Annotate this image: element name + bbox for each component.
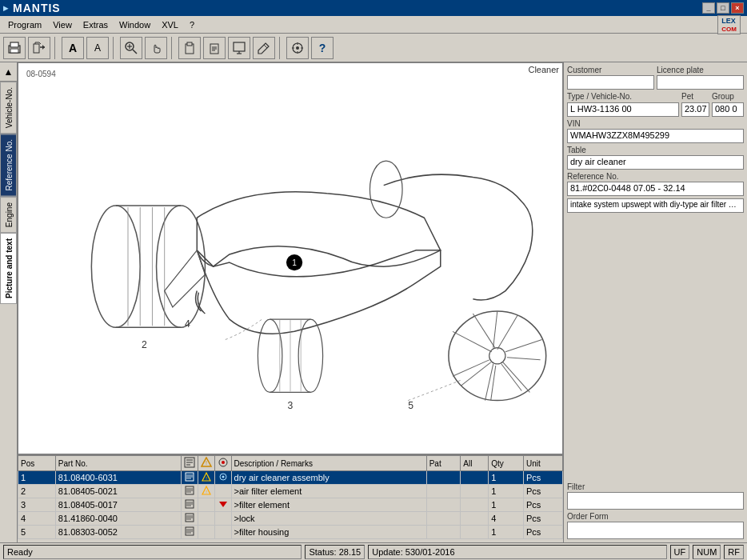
menu-window[interactable]: Window [114,18,155,31]
svg-text:3: 3 [288,400,294,411]
diagram-parts-area: Cleaner 08-0594 2 [18,62,563,542]
table-row[interactable]: 4 81.41860-0040 >lock 4 Pcs [18,512,563,526]
zoom-button[interactable] [120,37,142,59]
hand-button[interactable] [145,37,167,59]
maximize-button[interactable]: □ [717,2,729,14]
description-input[interactable]: intake system upswept with diy-type air … [567,198,744,213]
toolbar-separator-1 [54,37,58,59]
svg-line-38 [493,311,497,348]
row-icon1 [181,512,198,526]
type-vehicle-label: Type / Vehicle-No. [567,92,679,101]
clipboard2-button[interactable] [203,37,226,59]
menu-extras[interactable]: Extras [78,18,113,31]
minimize-button[interactable]: _ [702,2,715,14]
svg-line-39 [505,339,542,351]
order-form-input[interactable] [567,522,744,539]
row-pos: 5 [18,526,56,539]
app-logo: ▶ [3,5,8,12]
group-label: Group [712,92,744,101]
filter-input[interactable] [567,492,744,510]
row-all [461,526,489,539]
row-icon2: ! [198,485,214,498]
pet-label: Pet [681,92,709,101]
target-button[interactable] [286,37,309,59]
svg-rect-11 [187,42,192,46]
sidebar-tab-engine[interactable]: Engine [0,197,17,233]
row-icon3 [214,526,231,539]
group-input[interactable]: 080 0 [712,102,744,117]
open-button[interactable] [28,37,50,59]
table-row[interactable]: 3 81.08405-0017 >filter element 1 [18,498,563,512]
row-qty: 4 [489,512,524,526]
sidebar-tab-picture[interactable]: Picture and text [0,233,17,304]
row-desc: >filter housing [231,526,426,539]
row-icon3 [214,485,231,498]
menu-help[interactable]: ? [185,18,199,31]
menu-program[interactable]: Program [3,18,46,31]
row-qty: 1 [489,485,524,498]
monitor-button[interactable] [228,37,250,59]
order-form-row: Order Form [567,512,744,539]
svg-line-45 [497,315,517,350]
vehicle-no-input[interactable]: L HW3-1136 00 [567,102,679,117]
parts-section: Pos Part No. ! Description / Remarks Pat [18,454,563,542]
vehicle-section: Type / Vehicle-No. Pet Group L HW3-1136 … [567,92,744,117]
row-icon1 [181,471,198,485]
col-header-partno: Part No. [55,456,181,471]
svg-line-7 [133,50,137,54]
row-pat [426,526,461,539]
svg-line-47 [501,364,521,390]
svg-point-35 [370,161,402,218]
table-row[interactable]: 2 81.08405-0021 ! >air filter element 1 [18,485,563,498]
clipboard-button[interactable] [178,37,201,59]
svg-point-50 [258,319,282,392]
menu-xvl[interactable]: XVL [157,18,183,31]
diagram-area[interactable]: Cleaner 08-0594 2 [18,62,563,454]
right-panel: Customer Licence plate Type / Vehicle-No… [563,62,747,542]
row-unit: Pcs [523,498,562,512]
table-row[interactable]: 5 81.08303-0052 >filter housing 1 Pcs [18,526,563,539]
sidebar-tab-reference[interactable]: Reference No. [0,134,17,196]
title-bar-left: ▶ MANTIS [3,2,61,14]
row-pos: 2 [18,485,56,498]
print-button[interactable] [3,37,26,59]
diagram-svg: 2 [18,63,562,454]
table-row[interactable]: 1 81.08400-6031 ! dry air cleaner assemb… [18,471,563,485]
table-input[interactable]: dry air cleaner [567,155,744,170]
status-status: Status: 28.15 [305,545,365,559]
row-partno: 81.08400-6031 [55,471,181,485]
cleaner-label: Cleaner [528,65,559,74]
title-bar-buttons[interactable]: _ □ × [702,2,744,14]
vehicle-value-row: L HW3-1136 00 23.07 080 0 [567,102,744,117]
menu-view[interactable]: View [48,18,77,31]
svg-line-46 [507,358,541,360]
sidebar-tab-vehicle[interactable]: Vehicle-No. [0,82,17,134]
row-pat [426,485,461,498]
sidebar-arrow[interactable]: ▲ [0,62,17,82]
parts-table: Pos Part No. ! Description / Remarks Pat [18,455,563,539]
text-bold-button[interactable]: A [62,37,84,59]
svg-point-21 [296,46,299,50]
licence-input[interactable] [657,75,744,90]
row-pat [426,512,461,526]
row-qty: 1 [489,526,524,539]
close-button[interactable]: × [731,2,744,14]
status-flag-rf: RF [724,545,744,559]
reference-input[interactable]: 81.#02C0-0448 07.05 - 32.14 [567,182,744,196]
table-label: Table [567,146,744,154]
help-button[interactable]: ? [311,37,334,59]
row-all [461,485,489,498]
row-unit: Pcs [523,526,562,539]
row-pos: 4 [18,512,56,526]
svg-text:1: 1 [292,258,297,267]
customer-input[interactable] [567,75,654,90]
status-bar: Ready Status: 28.15 Update: 530/01-2016 … [0,542,747,560]
vin-input[interactable]: WMAHW3ZZX8M495299 [567,129,744,143]
row-desc: dry air cleaner assembly [231,471,426,485]
row-pat [426,498,461,512]
text-normal-button[interactable]: A [86,37,109,59]
pet-input[interactable]: 23.07 [681,102,709,117]
pen-button[interactable] [253,37,275,59]
svg-rect-3 [34,44,39,53]
licence-label: Licence plate [657,66,744,74]
